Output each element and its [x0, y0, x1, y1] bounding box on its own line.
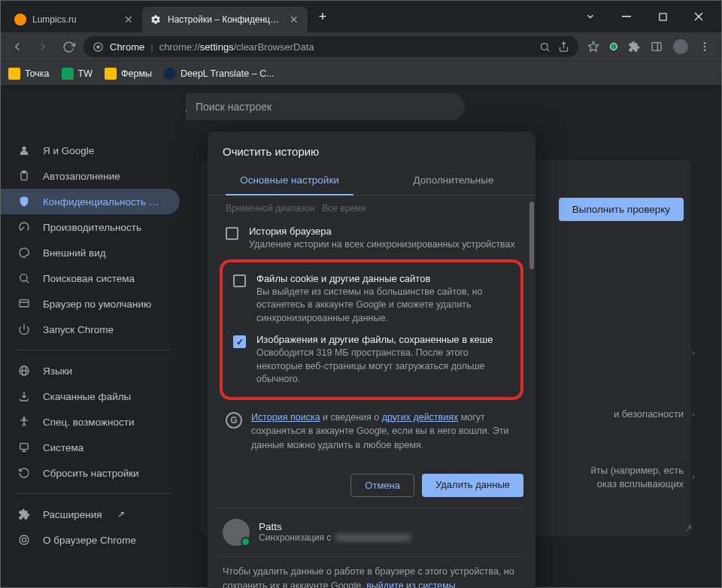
tab-lumpics[interactable]: Lumpics.ru ✕ [7, 7, 142, 32]
profile-avatar[interactable] [673, 39, 688, 54]
dialog-tabs: Основные настройки Дополнительные [208, 165, 535, 195]
side-panel-icon[interactable] [651, 41, 663, 53]
browser-icon [17, 297, 31, 311]
back-button[interactable] [7, 36, 28, 57]
checkbox-icon[interactable] [233, 274, 246, 287]
svg-point-30 [23, 417, 26, 420]
cancel-button[interactable]: Отмена [350, 474, 414, 497]
sidebar-item-about[interactable]: О браузере Chrome [1, 527, 180, 553]
extension-icons [583, 39, 715, 54]
address-bar[interactable]: Chrome | chrome://settings/clearBrowserD… [83, 36, 578, 57]
close-icon[interactable]: ✕ [288, 14, 300, 26]
sidebar-item-performance[interactable]: Производительность [1, 214, 180, 240]
svg-marker-9 [588, 41, 598, 51]
external-link-icon: ↗ [117, 509, 125, 520]
sidebar-item-privacy[interactable]: Конфиденциальность и безопасность [1, 189, 180, 214]
system-icon [17, 441, 31, 454]
sync-status: Синхронизация с [259, 532, 411, 543]
tab-settings[interactable]: Настройки – Конфиденциально ✕ [142, 7, 308, 32]
svg-point-35 [22, 538, 26, 541]
bookmarks-bar: Точка TW Фермы DeepL Translate – С... [1, 61, 721, 85]
svg-rect-24 [20, 300, 29, 307]
sidebar-item-startup[interactable]: Запуск Chrome [1, 317, 180, 342]
person-icon [17, 144, 31, 157]
puzzle-icon [17, 508, 31, 521]
other-activity-link[interactable]: других действиях [382, 412, 458, 423]
bookmark-star-icon[interactable] [587, 41, 599, 53]
tab-basic[interactable]: Основные настройки [208, 165, 372, 195]
sidebar-item-you-and-google[interactable]: Я и Google [1, 138, 180, 163]
sidebar-item-downloads[interactable]: Скачанные файлы [1, 383, 180, 409]
globe-icon [17, 364, 31, 377]
checkbox-title: Изображения и другие файлы, сохраненные … [256, 334, 510, 345]
svg-rect-1 [659, 13, 666, 20]
sign-out-link[interactable]: выйдите из системы [366, 580, 456, 589]
svg-point-12 [704, 42, 706, 44]
search-icon[interactable] [539, 41, 551, 53]
svg-point-6 [542, 43, 548, 50]
chevron-right-icon: › [692, 408, 695, 420]
scrollbar-thumb[interactable] [529, 202, 534, 269]
menu-dots-icon[interactable] [699, 41, 711, 53]
sidebar-item-search-engine[interactable]: Поисковая система [1, 265, 180, 291]
sidebar-item-appearance[interactable]: Внешний вид [1, 240, 180, 265]
minimize-icon[interactable] [616, 6, 637, 27]
tab-advanced[interactable]: Дополнительные [372, 165, 535, 195]
window-close-icon[interactable] [688, 6, 709, 27]
checkbox-title: Файлы cookie и другие данные сайтов [256, 273, 510, 284]
bookmark-item[interactable]: Точка [8, 68, 50, 80]
bookmark-item[interactable]: Фермы [105, 68, 152, 80]
browser-window: Lumpics.ru ✕ Настройки – Конфиденциально… [0, 0, 722, 588]
checkbox-row-cookies[interactable]: Файлы cookie и другие данные сайтов Вы в… [227, 268, 516, 330]
delete-data-button[interactable]: Удалить данные [422, 474, 523, 497]
sidebar-item-autofill[interactable]: Автозаполнение [1, 163, 180, 189]
close-icon[interactable]: ✕ [123, 14, 135, 26]
chrome-icon [93, 41, 104, 53]
google-icon: G [226, 412, 242, 429]
dialog-actions: Отмена Удалить данные [208, 463, 535, 508]
svg-point-19 [22, 147, 26, 150]
extension-green-icon[interactable] [610, 43, 617, 50]
svg-point-34 [20, 535, 29, 544]
sidebar-item-default-browser[interactable]: Браузер по умолчанию [1, 291, 180, 317]
reset-icon [17, 466, 31, 480]
toolbar: Chrome | chrome://settings/clearBrowserD… [1, 32, 721, 61]
run-check-button[interactable]: Выполнить проверку [559, 198, 684, 221]
chevron-down-icon[interactable] [580, 6, 601, 27]
blurred-email [335, 534, 411, 541]
settings-search[interactable]: Поиск настроек [164, 93, 465, 120]
sidebar-item-languages[interactable]: Языки [1, 358, 180, 383]
sidebar-item-extensions[interactable]: Расширения↗ [1, 502, 180, 527]
svg-point-22 [20, 274, 27, 281]
user-avatar [223, 519, 250, 546]
chrome-icon [17, 533, 31, 547]
extensions-puzzle-icon[interactable] [628, 41, 640, 53]
checkbox-desc: Вы выйдете из системы на большинстве сай… [256, 286, 510, 326]
sidebar-item-accessibility[interactable]: Спец. возможности [1, 409, 180, 435]
shield-icon [17, 195, 31, 208]
sidebar-item-reset[interactable]: Сбросить настройки [1, 460, 180, 486]
checkbox-icon[interactable] [226, 227, 238, 240]
tab-title: Lumpics.ru [32, 14, 117, 25]
checkbox-row-cache[interactable]: ✓ Изображения и другие файлы, сохраненны… [227, 329, 516, 391]
highlight-annotation: Файлы cookie и другие данные сайтов Вы в… [220, 259, 523, 400]
search-history-link[interactable]: История поиска [251, 412, 320, 423]
chevron-right-icon: › [692, 347, 695, 358]
bookmark-item[interactable]: DeepL Translate – С... [164, 68, 275, 80]
sidebar-item-system[interactable]: Система [1, 435, 180, 460]
titlebar: Lumpics.ru ✕ Настройки – Конфиденциально… [1, 1, 721, 32]
reload-button[interactable] [58, 36, 79, 57]
user-profile-row[interactable]: Patts Синхронизация с [208, 508, 535, 556]
clear-browsing-data-dialog: Очистить историю Основные настройки Допо… [208, 132, 535, 588]
checkbox-checked-icon[interactable]: ✓ [233, 335, 246, 348]
speedometer-icon [17, 220, 31, 234]
svg-line-23 [26, 280, 29, 283]
checkbox-row-history[interactable]: История браузера Удаление истории на все… [220, 221, 523, 256]
new-tab-button[interactable]: + [312, 6, 333, 27]
svg-line-7 [547, 49, 549, 51]
forward-button[interactable] [32, 36, 53, 57]
share-icon[interactable] [558, 41, 569, 53]
svg-rect-31 [20, 444, 29, 450]
maximize-icon[interactable] [652, 6, 673, 27]
bookmark-item[interactable]: TW [62, 68, 93, 80]
